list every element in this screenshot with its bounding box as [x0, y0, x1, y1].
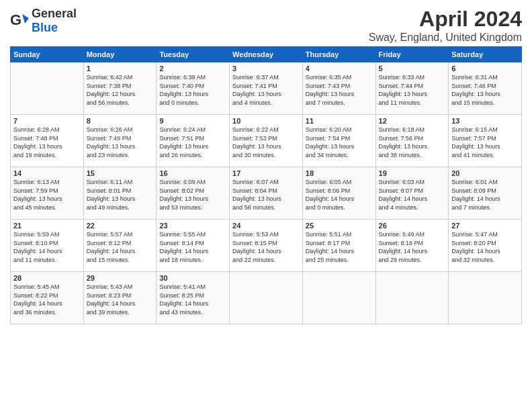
cell-text: Daylight: 14 hours: [306, 195, 373, 203]
table-cell: 12Sunrise: 6:18 AMSunset: 7:56 PMDayligh…: [375, 115, 449, 167]
day-number: 3: [232, 64, 300, 73]
calendar-container: G General Blue April 2024 Sway, England,…: [0, 0, 532, 331]
table-row: 7Sunrise: 6:28 AMSunset: 7:48 PMDaylight…: [11, 115, 522, 167]
logo-icon: G: [10, 11, 29, 30]
cell-text: Sunset: 7:51 PM: [159, 134, 226, 143]
cell-text: and 11 minutes.: [379, 99, 446, 107]
table-cell: 28Sunrise: 5:45 AMSunset: 8:22 PMDayligh…: [11, 272, 84, 324]
table-cell: [302, 272, 375, 324]
table-cell: 13Sunrise: 6:15 AMSunset: 7:57 PMDayligh…: [449, 115, 522, 167]
cell-text: Sunrise: 6:37 AM: [232, 73, 300, 82]
cell-text: Sunrise: 6:03 AM: [379, 178, 446, 187]
cell-text: and 7 minutes.: [306, 99, 373, 107]
cell-text: Sunrise: 5:49 AM: [379, 230, 446, 239]
day-number: 26: [379, 222, 446, 230]
cell-text: and 4 minutes.: [232, 99, 300, 107]
day-number: 24: [232, 222, 300, 230]
day-number: 11: [306, 117, 373, 125]
table-cell: 26Sunrise: 5:49 AMSunset: 8:18 PMDayligh…: [375, 220, 449, 272]
table-cell: 16Sunrise: 6:09 AMSunset: 8:02 PMDayligh…: [157, 167, 230, 220]
table-row: 21Sunrise: 5:59 AMSunset: 8:10 PMDayligh…: [11, 220, 522, 272]
cell-text: and 25 minutes.: [306, 256, 373, 265]
cell-text: Sunset: 7:57 PM: [451, 134, 519, 143]
cell-text: Sunrise: 6:24 AM: [159, 126, 226, 134]
table-cell: 17Sunrise: 6:07 AMSunset: 8:04 PMDayligh…: [230, 167, 303, 220]
cell-text: Sunrise: 5:57 AM: [87, 230, 154, 239]
cell-text: Sunset: 8:25 PM: [159, 291, 226, 300]
cell-text: and 19 minutes.: [13, 151, 81, 160]
table-cell: 21Sunrise: 5:59 AMSunset: 8:10 PMDayligh…: [11, 220, 84, 272]
cell-text: Sunset: 7:38 PM: [87, 82, 154, 91]
cell-text: Sunrise: 5:53 AM: [232, 230, 300, 239]
cell-text: Sunrise: 6:01 AM: [451, 178, 519, 187]
cell-text: and 7 minutes.: [451, 203, 519, 212]
cell-text: and 36 minutes.: [13, 308, 81, 317]
cell-text: Sunset: 8:23 PM: [87, 291, 154, 300]
svg-text:G: G: [10, 11, 21, 28]
cell-text: and 0 minutes.: [159, 99, 226, 107]
day-number: 8: [87, 117, 154, 125]
cell-text: and 53 minutes.: [159, 203, 226, 212]
cell-text: Sunset: 7:53 PM: [232, 134, 300, 143]
cell-text: Sunrise: 5:41 AM: [159, 283, 226, 291]
cell-text: Daylight: 12 hours: [87, 90, 154, 99]
day-number: 23: [159, 222, 226, 230]
cell-text: Daylight: 13 hours: [232, 195, 300, 203]
table-cell: 14Sunrise: 6:13 AMSunset: 7:59 PMDayligh…: [11, 167, 84, 220]
day-number: 27: [451, 222, 519, 230]
cell-text: Daylight: 14 hours: [13, 300, 81, 308]
col-friday: Friday: [375, 47, 449, 62]
cell-text: Sunrise: 6:05 AM: [306, 178, 373, 187]
table-cell: [375, 272, 449, 324]
table-cell: 9Sunrise: 6:24 AMSunset: 7:51 PMDaylight…: [157, 115, 230, 167]
table-row: 1Sunrise: 6:42 AMSunset: 7:38 PMDaylight…: [11, 62, 522, 115]
cell-text: Sunset: 7:56 PM: [379, 134, 446, 143]
cell-text: Sunset: 7:43 PM: [306, 82, 373, 91]
cell-text: and 56 minutes.: [87, 99, 154, 107]
cell-text: Sunset: 8:09 PM: [451, 187, 519, 195]
cell-text: Sunset: 7:44 PM: [379, 82, 446, 91]
table-cell: 7Sunrise: 6:28 AMSunset: 7:48 PMDaylight…: [11, 115, 84, 167]
cell-text: and 43 minutes.: [159, 308, 226, 317]
day-number: 14: [13, 169, 81, 177]
svg-marker-1: [22, 14, 29, 24]
cell-text: Sunset: 7:59 PM: [13, 187, 81, 195]
cell-text: Sunrise: 6:31 AM: [451, 73, 519, 82]
cell-text: Daylight: 13 hours: [13, 142, 81, 151]
cell-text: and 30 minutes.: [232, 151, 300, 160]
day-number: 28: [13, 274, 81, 282]
cell-text: Sunset: 8:17 PM: [306, 239, 373, 248]
cell-text: Sunrise: 6:39 AM: [159, 73, 226, 82]
cell-text: Sunrise: 6:20 AM: [306, 126, 373, 134]
day-number: 16: [159, 169, 226, 177]
cell-text: Sunset: 7:46 PM: [451, 82, 519, 91]
cell-text: Sunset: 8:15 PM: [232, 239, 300, 248]
cell-text: Daylight: 13 hours: [159, 142, 226, 151]
table-cell: 8Sunrise: 6:26 AMSunset: 7:49 PMDaylight…: [83, 115, 157, 167]
cell-text: Daylight: 14 hours: [87, 247, 154, 256]
table-cell: 24Sunrise: 5:53 AMSunset: 8:15 PMDayligh…: [230, 220, 303, 272]
cell-text: Sunrise: 5:51 AM: [306, 230, 373, 239]
table-cell: 18Sunrise: 6:05 AMSunset: 8:06 PMDayligh…: [302, 167, 375, 220]
location-title: Sway, England, United Kingdom: [369, 32, 522, 44]
cell-text: Sunset: 8:04 PM: [232, 187, 300, 195]
col-thursday: Thursday: [302, 47, 375, 62]
day-number: 13: [451, 117, 519, 125]
table-cell: 5Sunrise: 6:33 AMSunset: 7:44 PMDaylight…: [375, 62, 449, 115]
day-number: 22: [87, 222, 154, 230]
cell-text: Sunset: 7:41 PM: [232, 82, 300, 91]
cell-text: Sunrise: 5:45 AM: [13, 283, 81, 291]
cell-text: and 49 minutes.: [87, 203, 154, 212]
cell-text: Daylight: 13 hours: [232, 142, 300, 151]
title-block: April 2024 Sway, England, United Kingdom: [369, 7, 522, 44]
cell-text: Sunset: 7:48 PM: [13, 134, 81, 143]
day-number: 9: [159, 117, 226, 125]
cell-text: Sunset: 8:01 PM: [87, 187, 154, 195]
cell-text: Sunset: 8:18 PM: [379, 239, 446, 248]
day-number: 1: [87, 64, 154, 73]
cell-text: Sunrise: 6:15 AM: [451, 126, 519, 134]
cell-text: and 23 minutes.: [87, 151, 154, 160]
day-number: 19: [379, 169, 446, 177]
table-cell: [449, 272, 522, 324]
table-cell: 11Sunrise: 6:20 AMSunset: 7:54 PMDayligh…: [302, 115, 375, 167]
